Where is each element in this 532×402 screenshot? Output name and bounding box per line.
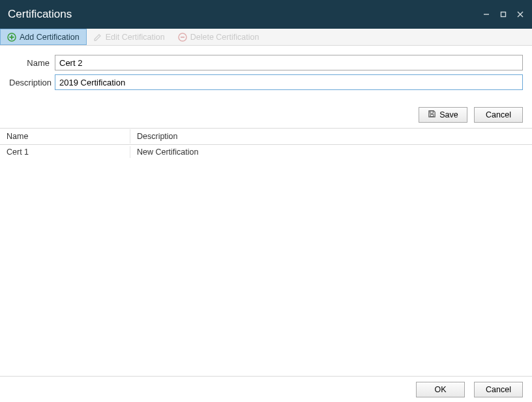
description-input[interactable] [55, 74, 523, 90]
form-panel: Name Description [0, 46, 532, 100]
window-title: Certifications [8, 8, 72, 21]
grid-body: Cert 1 New Certification [0, 145, 532, 159]
name-label: Name [9, 58, 55, 68]
toolbar: Add Certification Edit Certification Del… [0, 29, 532, 46]
table-row[interactable]: Cert 1 New Certification [0, 145, 532, 159]
dialog-cancel-label: Cancel [486, 385, 511, 394]
svg-rect-1 [501, 12, 506, 17]
form-cancel-label: Cancel [486, 110, 511, 119]
svg-rect-10 [430, 114, 434, 116]
close-button[interactable] [516, 10, 524, 18]
delete-icon [178, 33, 187, 42]
form-buttons: Save Cancel [0, 100, 532, 128]
edit-certification-label: Edit Certification [106, 33, 165, 42]
cell-name: Cert 1 [0, 146, 130, 158]
column-header-description[interactable]: Description [130, 129, 532, 144]
dialog-cancel-button[interactable]: Cancel [474, 382, 523, 397]
window-controls [482, 10, 524, 18]
add-icon [7, 33, 16, 42]
save-button-label: Save [439, 110, 458, 119]
add-certification-button[interactable]: Add Certification [0, 29, 87, 45]
description-row: Description [9, 74, 523, 90]
delete-certification-label: Delete Certification [190, 33, 259, 42]
title-bar: Certifications [0, 0, 532, 29]
save-button[interactable]: Save [419, 107, 467, 123]
description-label: Description [9, 78, 55, 87]
column-header-name[interactable]: Name [0, 129, 130, 144]
minimize-button[interactable] [482, 10, 490, 18]
name-row: Name [9, 55, 523, 70]
save-icon [428, 110, 436, 120]
ok-button-label: OK [434, 385, 446, 394]
form-cancel-button[interactable]: Cancel [474, 107, 523, 123]
add-certification-label: Add Certification [20, 33, 80, 42]
ok-button[interactable]: OK [416, 382, 465, 397]
grid-header: Name Description [0, 128, 532, 145]
delete-certification-button: Delete Certification [171, 29, 266, 45]
dialog-footer: OK Cancel [0, 376, 532, 402]
edit-icon [93, 33, 102, 42]
name-input[interactable] [55, 55, 523, 70]
edit-certification-button: Edit Certification [87, 29, 171, 45]
cell-description: New Certification [130, 146, 532, 158]
maximize-button[interactable] [499, 10, 507, 18]
